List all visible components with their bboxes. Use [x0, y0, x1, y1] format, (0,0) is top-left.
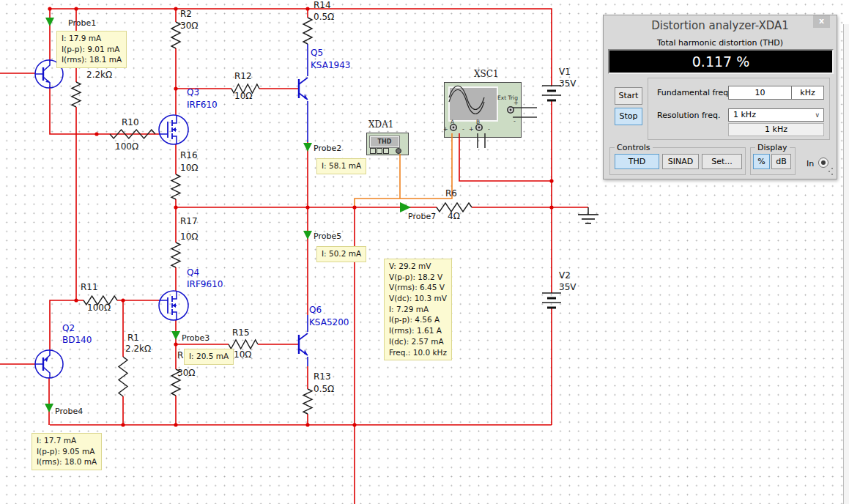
in-radio[interactable] — [818, 158, 828, 168]
label-r17-val: 10Ω — [180, 232, 198, 242]
junction-dot — [549, 179, 553, 182]
resize-grip[interactable] — [831, 174, 833, 175]
resolution-freq-select[interactable]: 1 kHz ∨ — [728, 108, 824, 122]
resolution-freq-label: Resolution freq. — [657, 111, 720, 120]
tooltip-line: I: 17.7 mA — [37, 435, 97, 446]
junction-dot — [121, 298, 125, 302]
percent-button[interactable]: % — [753, 154, 770, 169]
tooltip-line: V: 29.2 mV — [389, 261, 447, 272]
junction-dot — [174, 423, 177, 426]
label-q4-part: IRF9610 — [187, 280, 223, 289]
junction-dot — [305, 205, 309, 209]
label-v2: V2 — [559, 271, 571, 281]
label-q3: Q3 — [187, 88, 199, 97]
probe-arrow[interactable] — [171, 331, 180, 340]
db-button[interactable]: dB — [771, 154, 791, 169]
tooltip-line: V(dc): 10.3 mV — [389, 293, 447, 304]
panel-title: Distortion analyzer-XDA1 — [604, 19, 837, 32]
label-r16-val: 10Ω — [180, 163, 198, 173]
bjt-lead — [299, 78, 308, 84]
resistor-symbol[interactable] — [171, 242, 180, 267]
b-plus-mark: + — [469, 126, 474, 133]
close-icon[interactable]: x — [813, 15, 830, 28]
junction-dot — [94, 132, 98, 136]
resolution-freq-readout: 1 kHz — [728, 123, 824, 136]
label-r1-val: 2.2kΩ — [125, 344, 151, 354]
probe-arrow[interactable] — [303, 143, 312, 152]
resistor-symbol[interactable] — [72, 82, 81, 107]
tooltip-line: V(rms): 6.45 V — [389, 282, 447, 293]
probe5-tooltip: I: 50.2 mA — [316, 246, 366, 262]
tooltip-line: I(rms): 1.61 A — [389, 325, 447, 336]
probe-arrow[interactable] — [45, 18, 54, 26]
trig-minus-mark: - — [514, 118, 516, 125]
bjt-arrow — [304, 349, 308, 355]
thd-readout: 0.117 % — [608, 49, 834, 74]
resistor-symbol[interactable] — [119, 357, 127, 396]
tooltip-line: Freq.: 10.0 kHz — [389, 347, 447, 358]
resolution-freq-value: 1 kHz — [733, 110, 756, 119]
junction-dot — [174, 7, 177, 10]
label-r14: R14 — [314, 1, 331, 10]
label-r5-val: 30Ω — [177, 368, 195, 378]
junction-dot — [74, 298, 78, 302]
tooltip-line: I: 50.2 mA — [322, 248, 361, 259]
controls-group-label: Controls — [615, 143, 653, 152]
chevron-down-icon: ∨ — [815, 109, 820, 121]
start-button[interactable]: Start — [615, 87, 642, 105]
fundamental-freq-label: Fundamental freq. — [657, 88, 731, 97]
label-v1: V1 — [559, 67, 571, 77]
bjt-lead — [43, 367, 50, 378]
label-q6-part: KSA5200 — [309, 318, 349, 327]
wire — [355, 133, 452, 206]
display-group-label: Display — [755, 143, 790, 152]
label-q5: Q5 — [311, 48, 323, 58]
tooltip-line: I(p-p): 9.05 mA — [37, 446, 97, 457]
label-r3-val: 2.2kΩ — [86, 70, 112, 80]
label-xsc1: XSC1 — [474, 69, 499, 79]
trig-plus-mark: + — [514, 100, 519, 106]
bjt-arrow — [304, 94, 308, 100]
probe-arrow[interactable] — [400, 202, 411, 212]
channel-b-label: B — [476, 119, 480, 125]
probe-arrow[interactable] — [45, 404, 53, 412]
bjt-lead — [43, 60, 50, 71]
label-xda1: XDA1 — [368, 119, 393, 130]
set-button[interactable]: Set... — [702, 154, 742, 169]
sinad-button[interactable]: SINAD — [662, 154, 699, 169]
resistor-symbol[interactable] — [303, 389, 312, 414]
schematic-canvas: THD R2 30Ω R3 2.2kΩ R10 100Ω R11 100Ω R1… — [0, 0, 849, 504]
probe1-label: Probe1 — [68, 19, 96, 28]
probe7-label: Probe7 — [408, 212, 436, 221]
tooltip-line: I(rms): 18.0 mA — [37, 456, 97, 467]
probe2-label: Probe2 — [314, 144, 341, 153]
label-r17: R17 — [180, 217, 198, 226]
junction-dot — [305, 423, 309, 426]
resistor-symbol[interactable] — [171, 22, 180, 48]
probe-arrow[interactable] — [303, 231, 312, 240]
resistor-symbol[interactable] — [303, 18, 312, 44]
thd-button[interactable]: THD — [615, 154, 659, 169]
junction-dot — [174, 205, 177, 209]
stop-button[interactable]: Stop — [615, 108, 642, 125]
tooltip-line: I(p-p): 4.56 A — [389, 314, 447, 325]
terminal-dot — [510, 109, 512, 111]
terminal-dot — [478, 127, 481, 129]
junction-dot — [121, 423, 125, 426]
label-r12: R12 — [234, 72, 252, 81]
label-r6: R6 — [445, 189, 457, 199]
fundamental-freq-unit: kHz — [791, 86, 824, 100]
resistor-symbol[interactable] — [171, 174, 180, 199]
label-r15: R15 — [232, 328, 250, 338]
fundamental-freq-input[interactable] — [728, 86, 792, 100]
label-r16: R16 — [180, 151, 198, 160]
resize-grip — [828, 171, 830, 172]
resistor-symbol[interactable] — [229, 340, 258, 349]
probe5-label: Probe5 — [314, 232, 341, 241]
label-q2-part: BD140 — [62, 336, 92, 345]
channel-a-label: A — [451, 119, 454, 125]
probe1-tooltip: I: 17.9 mA I(p-p): 9.01 mA I(rms): 18.1 … — [56, 31, 127, 68]
tooltip-line: V(p-p): 18.2 V — [389, 272, 447, 283]
wire — [50, 86, 159, 134]
junction-dot — [305, 7, 309, 10]
